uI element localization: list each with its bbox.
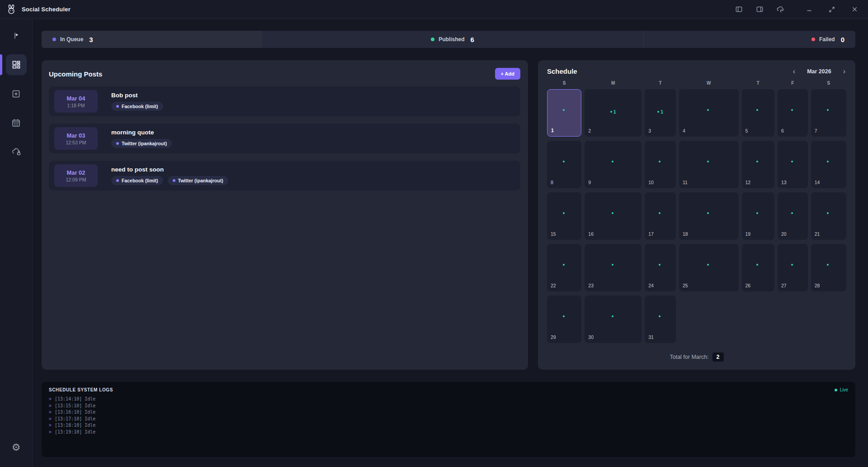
event-count-marker — [778, 264, 808, 266]
sidebar-item-settings[interactable]: ⚙ — [6, 437, 27, 458]
event-dot-icon — [563, 109, 565, 111]
day-number: 24 — [648, 283, 654, 288]
active-indicator-bar — [0, 54, 2, 75]
panel-right-toggle-icon[interactable] — [755, 5, 764, 14]
day-number: 30 — [588, 334, 594, 340]
sidebar-item-dashboard[interactable] — [6, 54, 27, 75]
calendar-day-cell[interactable]: 1 3 — [645, 89, 676, 137]
logs-title: SCHEDULE SYSTEM LOGS — [49, 387, 113, 392]
event-dot-icon — [659, 161, 660, 162]
day-number: 17 — [648, 231, 654, 237]
log-message: Idle — [85, 423, 95, 428]
calendar-day-cell[interactable]: 1 2 — [585, 89, 642, 137]
platform-dot-icon — [116, 179, 119, 182]
event-dot-icon — [827, 161, 829, 162]
calendar-day-cell[interactable]: 29 — [547, 295, 581, 343]
log-prompt: > — [49, 416, 52, 421]
event-count-marker — [811, 264, 846, 266]
calendar-day-cell[interactable]: 26 — [742, 244, 774, 291]
calendar-day-cell[interactable]: 19 — [742, 192, 774, 240]
event-count: 1 — [613, 109, 616, 114]
sidebar-item-new-post[interactable] — [6, 83, 27, 104]
post-card[interactable]: Mar 03 12:53 PM morning quote Twitter (i… — [49, 124, 520, 153]
titlebar: Social Scheduler — [0, 0, 868, 19]
upcoming-posts-panel: Upcoming Posts + Add Mar 04 1:18 PM Bob … — [42, 60, 528, 370]
close-button[interactable] — [850, 5, 859, 14]
stat-label: Published — [439, 36, 464, 43]
calendar-day-header: M — [585, 81, 642, 86]
prev-month-button[interactable]: ‹ — [792, 68, 796, 75]
add-post-button[interactable]: + Add — [495, 68, 520, 80]
day-number: 12 — [745, 180, 751, 185]
calendar-day-cell[interactable]: 7 — [811, 89, 846, 137]
upcoming-posts-title: Upcoming Posts — [49, 70, 102, 78]
log-prompt: > — [49, 396, 52, 401]
calendar-day-cell[interactable]: 17 — [645, 192, 676, 240]
maximize-button[interactable] — [827, 5, 836, 14]
day-number: 13 — [781, 180, 787, 185]
logs-output: >[13:14:10] Idle >[13:15:10] Idle >[13:1… — [49, 396, 848, 435]
event-dot-icon — [610, 111, 612, 113]
calendar-day-cell[interactable]: 23 — [585, 244, 642, 291]
event-dot-icon — [707, 212, 709, 214]
post-card[interactable]: Mar 02 12:09 PM need to post soon Facebo… — [49, 161, 520, 191]
event-count-marker — [645, 161, 676, 162]
calendar-day-cell[interactable]: 10 — [645, 141, 676, 188]
event-count-marker — [645, 212, 676, 214]
calendar-day-cell[interactable]: 24 — [645, 244, 676, 291]
event-count-marker — [547, 212, 581, 214]
event-dot-icon — [791, 109, 793, 111]
calendar-day-cell[interactable]: 5 — [742, 89, 774, 137]
day-number: 5 — [745, 128, 748, 133]
calendar-day-cell[interactable]: 15 — [547, 192, 581, 240]
calendar-day-cell[interactable]: 14 — [811, 141, 846, 188]
log-time: [13:17:10] — [55, 416, 82, 421]
event-dot-icon — [827, 264, 829, 266]
day-number: 3 — [648, 128, 651, 133]
calendar-day-cell[interactable]: 1 — [547, 89, 581, 137]
calendar-day-cell[interactable]: 4 — [679, 89, 739, 137]
calendar-day-cell[interactable]: 8 — [547, 141, 581, 188]
live-status-badge: Live — [835, 387, 848, 392]
calendar-day-cell[interactable]: 28 — [811, 244, 846, 291]
sidebar-item-calendar[interactable] — [6, 112, 27, 133]
posts-list: Mar 04 1:18 PM Bob post Facebook (limit)… — [49, 86, 520, 191]
event-dot-icon — [756, 264, 758, 266]
app-title: Social Scheduler — [22, 6, 71, 13]
panel-left-toggle-icon[interactable] — [734, 5, 743, 14]
event-count-marker — [679, 264, 739, 266]
calendar-day-cell[interactable]: 9 — [585, 141, 642, 188]
event-dot-icon — [707, 161, 709, 162]
calendar-day-cell[interactable]: 6 — [778, 89, 808, 137]
stat-label: In Queue — [60, 36, 83, 43]
post-time: 1:18 PM — [67, 103, 85, 108]
calendar-day-cell[interactable]: 13 — [778, 141, 808, 188]
failed-dot-icon — [811, 38, 815, 41]
calendar-day-cell[interactable]: 22 — [547, 244, 581, 291]
post-date: Mar 04 — [66, 95, 85, 102]
day-number: 10 — [648, 180, 654, 185]
calendar-day-cell[interactable]: 20 — [778, 192, 808, 240]
day-number: 22 — [551, 283, 556, 288]
calendar-day-cell[interactable]: 25 — [679, 244, 739, 291]
cloud-sync-icon[interactable] — [776, 5, 785, 14]
day-number: 28 — [815, 283, 820, 288]
event-count: 1 — [660, 109, 663, 114]
sidebar-item-run-flag[interactable] — [6, 25, 27, 46]
stat-label: Failed — [819, 36, 835, 43]
calendar-day-cell[interactable]: 18 — [679, 192, 739, 240]
live-label: Live — [840, 387, 848, 392]
calendar-day-cell[interactable]: 21 — [811, 192, 846, 240]
next-month-button[interactable]: › — [842, 68, 846, 75]
sidebar-item-cloud-backup[interactable] — [6, 141, 27, 162]
calendar-day-cell[interactable]: 16 — [585, 192, 642, 240]
calendar-day-cell[interactable]: 12 — [742, 141, 774, 188]
calendar-day-cell[interactable]: 27 — [778, 244, 808, 291]
calendar-day-cell[interactable]: 11 — [679, 141, 739, 188]
minimize-button[interactable] — [805, 5, 814, 14]
calendar-day-cell[interactable]: 30 — [585, 295, 642, 343]
event-dot-icon — [659, 315, 660, 317]
post-card[interactable]: Mar 04 1:18 PM Bob post Facebook (limit) — [49, 86, 520, 116]
calendar-day-cell[interactable]: 31 — [645, 295, 676, 343]
post-time: 12:09 PM — [66, 177, 86, 182]
